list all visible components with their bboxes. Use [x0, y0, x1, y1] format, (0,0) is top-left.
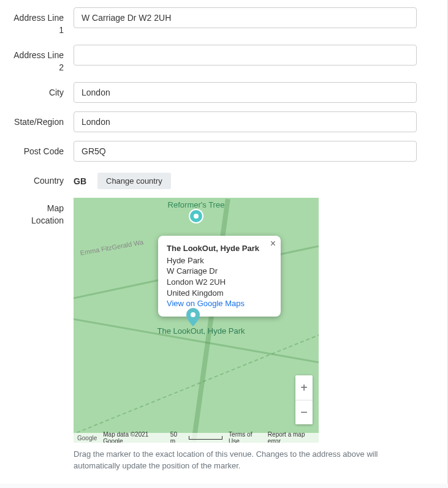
map-location-label: Map Location [12, 198, 74, 227]
info-window-title: The LookOut, Hyde Park [167, 243, 272, 254]
postcode-input[interactable] [74, 141, 417, 162]
map-terms-link[interactable]: Terms of Use [229, 431, 262, 443]
address2-input[interactable] [74, 45, 417, 66]
map-scale-label: 50 m [170, 431, 183, 443]
info-window-line: United Kingdom [167, 288, 272, 299]
map-feature-label: Reformer's Tree [168, 200, 225, 209]
svg-point-0 [191, 312, 196, 317]
zoom-in-button[interactable]: + [295, 375, 313, 400]
info-window-line: London W2 2UH [167, 277, 272, 288]
info-window-link[interactable]: View on Google Maps [167, 299, 245, 308]
info-window-line: W Carriage Dr [167, 266, 272, 277]
map-marker-icon[interactable] [186, 308, 200, 326]
state-label: State/Region [12, 111, 74, 129]
city-input[interactable] [74, 82, 417, 103]
map-info-window: × The LookOut, Hyde Park Hyde Park W Car… [158, 236, 281, 316]
address1-input[interactable] [74, 7, 417, 28]
country-value: GB [74, 176, 86, 186]
postcode-label: Post Code [12, 141, 74, 158]
change-country-button[interactable]: Change country [97, 173, 171, 189]
address1-label: Address Line 1 [12, 7, 74, 36]
map-help-text: Drag the marker to the exact location of… [74, 449, 417, 471]
map-canvas[interactable]: Reformer's Tree Emma FitzGerald Wa × The… [74, 198, 319, 443]
info-window-line: Hyde Park [167, 255, 272, 266]
map-copyright: Map data ©2021 Google [103, 431, 164, 443]
city-label: City [12, 82, 74, 99]
map-scale-bar [189, 436, 222, 440]
country-label: Country [12, 170, 74, 187]
zoom-out-button[interactable]: − [295, 400, 313, 424]
state-input[interactable] [74, 111, 417, 132]
map-report-link[interactable]: Report a map error [268, 431, 315, 443]
address2-label: Address Line 2 [12, 45, 74, 73]
map-feature-icon [189, 209, 203, 223]
google-logo: Google [77, 435, 97, 441]
map-poi-label: The LookOut, Hyde Park [157, 326, 245, 336]
close-icon[interactable]: × [270, 239, 276, 249]
